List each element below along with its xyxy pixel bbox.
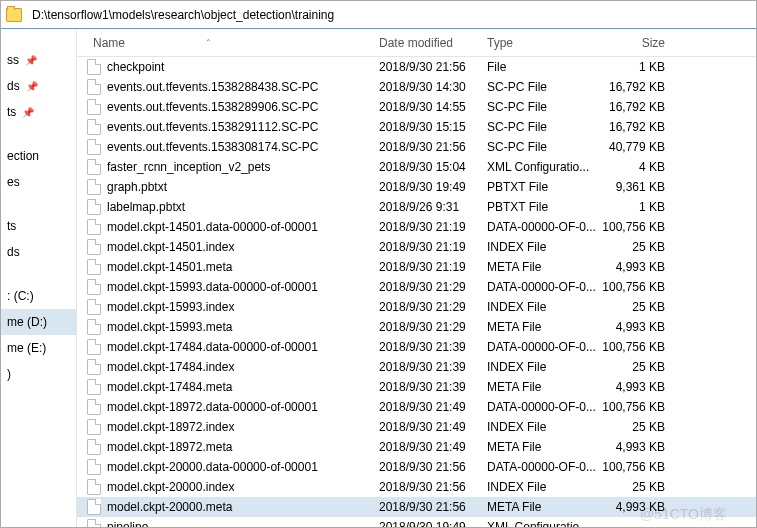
file-row[interactable]: model.ckpt-20000.meta2018/9/30 21:56META… [77, 497, 756, 517]
file-type: INDEX File [487, 240, 597, 254]
file-row[interactable]: model.ckpt-20000.index2018/9/30 21:56IND… [77, 477, 756, 497]
file-row[interactable]: model.ckpt-14501.index2018/9/30 21:19IND… [77, 237, 756, 257]
file-type: DATA-00000-OF-0... [487, 460, 597, 474]
file-list[interactable]: Name ⌃ Date modified Type Size checkpoin… [77, 29, 756, 527]
pin-icon: 📌 [22, 107, 34, 118]
file-icon [87, 299, 101, 315]
sidebar-item[interactable]: ) [1, 361, 76, 387]
file-row[interactable]: model.ckpt-20000.data-00000-of-000012018… [77, 457, 756, 477]
file-name: model.ckpt-20000.index [107, 480, 234, 494]
file-icon [87, 419, 101, 435]
file-type: DATA-00000-OF-0... [487, 220, 597, 234]
file-type: INDEX File [487, 360, 597, 374]
file-size: 16,792 KB [597, 100, 675, 114]
file-date: 2018/9/30 21:29 [379, 320, 487, 334]
sidebar-item[interactable]: ts [1, 213, 76, 239]
sidebar-item[interactable]: ds [1, 239, 76, 265]
file-icon [87, 239, 101, 255]
file-size: 100,756 KB [597, 400, 675, 414]
file-type: DATA-00000-OF-0... [487, 340, 597, 354]
file-date: 2018/9/30 14:55 [379, 100, 487, 114]
column-headers: Name ⌃ Date modified Type Size [77, 29, 756, 57]
address-bar[interactable]: D:\tensorflow1\models\research\object_de… [1, 1, 756, 29]
file-date: 2018/9/30 21:19 [379, 240, 487, 254]
sidebar-item[interactable]: ts📌 [1, 99, 76, 125]
file-date: 2018/9/26 9:31 [379, 200, 487, 214]
header-type[interactable]: Type [487, 36, 597, 50]
file-row[interactable]: faster_rcnn_inception_v2_pets2018/9/30 1… [77, 157, 756, 177]
file-icon [87, 179, 101, 195]
file-row[interactable]: graph.pbtxt2018/9/30 19:49PBTXT File9,36… [77, 177, 756, 197]
file-row[interactable]: model.ckpt-18972.index2018/9/30 21:49IND… [77, 417, 756, 437]
file-date: 2018/9/30 19:49 [379, 520, 487, 527]
file-row[interactable]: model.ckpt-18972.data-00000-of-000012018… [77, 397, 756, 417]
file-type: PBTXT File [487, 180, 597, 194]
file-icon [87, 79, 101, 95]
file-name: model.ckpt-18972.meta [107, 440, 232, 454]
file-type: META File [487, 500, 597, 514]
file-icon [87, 159, 101, 175]
file-icon [87, 499, 101, 515]
file-row[interactable]: model.ckpt-17484.index2018/9/30 21:39IND… [77, 357, 756, 377]
sidebar-item-label: me (D:) [7, 315, 47, 329]
address-path[interactable]: D:\tensorflow1\models\research\object_de… [28, 6, 751, 24]
file-row[interactable]: model.ckpt-17484.data-00000-of-000012018… [77, 337, 756, 357]
file-date: 2018/9/30 21:19 [379, 220, 487, 234]
file-row[interactable]: model.ckpt-15993.data-00000-of-000012018… [77, 277, 756, 297]
file-type: XML Configuratio... [487, 520, 597, 527]
sidebar-item[interactable]: : (C:) [1, 283, 76, 309]
file-name: model.ckpt-17484.index [107, 360, 234, 374]
file-date: 2018/9/30 21:29 [379, 280, 487, 294]
file-name: labelmap.pbtxt [107, 200, 185, 214]
file-date: 2018/9/30 21:29 [379, 300, 487, 314]
header-date[interactable]: Date modified [379, 36, 487, 50]
file-type: SC-PC File [487, 80, 597, 94]
file-name: model.ckpt-14501.meta [107, 260, 232, 274]
file-row[interactable]: model.ckpt-14501.meta2018/9/30 21:19META… [77, 257, 756, 277]
file-date: 2018/9/30 21:39 [379, 380, 487, 394]
sidebar-item-label: me (E:) [7, 341, 46, 355]
sidebar-item[interactable]: me (D:) [1, 309, 76, 335]
file-size: 4,993 KB [597, 320, 675, 334]
sidebar-item[interactable]: ection [1, 143, 76, 169]
file-row[interactable]: events.out.tfevents.1538308174.SC-PC2018… [77, 137, 756, 157]
file-row[interactable]: model.ckpt-18972.meta2018/9/30 21:49META… [77, 437, 756, 457]
file-icon [87, 199, 101, 215]
file-row[interactable]: checkpoint2018/9/30 21:56File1 KB [77, 57, 756, 77]
file-icon [87, 259, 101, 275]
nav-sidebar: ss📌ds📌ts📌ectionestsds: (C:)me (D:)me (E:… [1, 29, 77, 527]
file-row[interactable]: model.ckpt-15993.meta2018/9/30 21:29META… [77, 317, 756, 337]
sidebar-item[interactable]: ss📌 [1, 47, 76, 73]
file-date: 2018/9/30 21:39 [379, 340, 487, 354]
sidebar-item[interactable]: me (E:) [1, 335, 76, 361]
file-type: DATA-00000-OF-0... [487, 400, 597, 414]
sidebar-item[interactable]: es [1, 169, 76, 195]
header-name[interactable]: Name ⌃ [77, 36, 379, 50]
file-size: 4,993 KB [597, 380, 675, 394]
file-size: 25 KB [597, 300, 675, 314]
file-row[interactable]: model.ckpt-15993.index2018/9/30 21:29IND… [77, 297, 756, 317]
file-name: model.ckpt-20000.data-00000-of-00001 [107, 460, 318, 474]
file-row[interactable]: model.ckpt-14501.data-00000-of-000012018… [77, 217, 756, 237]
sidebar-item[interactable]: ds📌 [1, 73, 76, 99]
file-row[interactable]: labelmap.pbtxt2018/9/26 9:31PBTXT File1 … [77, 197, 756, 217]
file-size: 25 KB [597, 360, 675, 374]
file-icon [87, 59, 101, 75]
file-row[interactable]: events.out.tfevents.1538289906.SC-PC2018… [77, 97, 756, 117]
file-row[interactable]: model.ckpt-17484.meta2018/9/30 21:39META… [77, 377, 756, 397]
file-row[interactable]: pipeline2018/9/30 19:49XML Configuratio.… [77, 517, 756, 527]
file-row[interactable]: events.out.tfevents.1538288438.SC-PC2018… [77, 77, 756, 97]
file-size: 4,993 KB [597, 440, 675, 454]
file-icon [87, 219, 101, 235]
file-size: 25 KB [597, 480, 675, 494]
file-type: META File [487, 320, 597, 334]
file-name: model.ckpt-14501.index [107, 240, 234, 254]
file-icon [87, 339, 101, 355]
file-row[interactable]: events.out.tfevents.1538291112.SC-PC2018… [77, 117, 756, 137]
header-size[interactable]: Size [597, 36, 675, 50]
file-name: model.ckpt-18972.data-00000-of-00001 [107, 400, 318, 414]
file-size: 4 KB [597, 160, 675, 174]
file-type: SC-PC File [487, 140, 597, 154]
file-date: 2018/9/30 21:56 [379, 460, 487, 474]
file-type: PBTXT File [487, 200, 597, 214]
